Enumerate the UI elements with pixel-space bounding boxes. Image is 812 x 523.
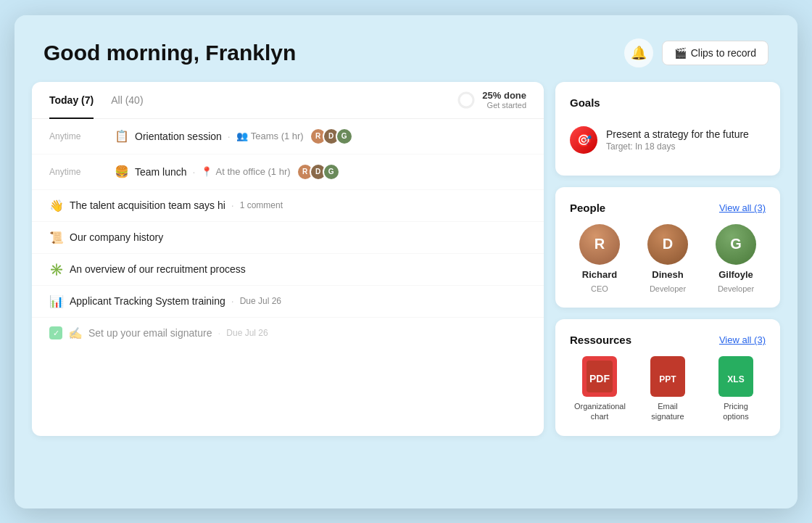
people-card: People View all (3) R Richard CEO D [555, 187, 780, 308]
list-item[interactable]: 📜 Our company history [32, 222, 544, 254]
avatar-stack: R D G [310, 128, 353, 145]
avatar: D [647, 224, 688, 265]
resource-icon: PDF [582, 356, 617, 397]
resource-card[interactable]: PDF Organizational chart [574, 356, 625, 422]
svg-text:PPT: PPT [659, 374, 676, 384]
task-content: 📋 Orientation session · 👥 Teams (1 hr) R… [115, 128, 526, 145]
avatar: R [579, 224, 620, 265]
xls-icon: XLS [723, 361, 749, 392]
goals-card: Goals 🎯 Present a strategy for the futur… [555, 82, 780, 176]
task-content: ✳️ An overview of our recruitment proces… [49, 263, 246, 276]
task-content: ✓ ✍️ Set up your email signature · Due J… [49, 326, 268, 340]
task-name: Applicant Tracking System training [70, 295, 225, 307]
resource-name: Organizational chart [574, 401, 625, 422]
due-date: Due Jul 26 [240, 296, 281, 306]
person-name: Gilfoyle [718, 269, 753, 280]
left-panel: Today (7) All (40) 25% done Get started [32, 82, 544, 437]
resource-card[interactable]: PPT Email signature [642, 356, 693, 422]
due-date: Due Jul 26 [226, 328, 268, 338]
task-icon: 👋 [49, 199, 64, 213]
progress-ring-svg [456, 90, 476, 110]
task-name: Set up your email signature [88, 327, 212, 339]
ppt-icon: PPT [655, 361, 681, 392]
location-icon: 📍 [201, 166, 212, 177]
goal-info: Present a strategy for the future Target… [606, 128, 749, 152]
header: Good morning, Franklyn 🔔 🎬 Clips to reco… [14, 15, 798, 82]
task-icon: 📋 [115, 129, 129, 143]
task-name: Team lunch [135, 166, 187, 178]
task-meta: 📍 At the office (1 hr) [201, 166, 290, 177]
task-icon: 🍔 [115, 165, 129, 178]
task-meta: 👥 Teams (1 hr) [236, 131, 304, 141]
person-card: R Richard CEO [579, 224, 620, 293]
progress-sublabel: Get started [482, 101, 526, 110]
goal-name: Present a strategy for the future [606, 128, 749, 140]
tabs-bar: Today (7) All (40) 25% done Get started [32, 82, 544, 119]
progress-text: 25% done Get started [482, 90, 526, 110]
resource-icon: XLS [718, 356, 753, 397]
page-greeting: Good morning, Franklyn [44, 41, 296, 65]
people-title: People [570, 202, 605, 214]
header-actions: 🔔 🎬 Clips to record [624, 38, 768, 67]
main-layout: Today (7) All (40) 25% done Get started [14, 82, 798, 454]
progress-percent: 25% done [482, 90, 526, 101]
resources-title: Ressources [570, 334, 631, 346]
task-list: Anytime 📋 Orientation session · 👥 Teams … [32, 119, 544, 349]
person-role: Developer [650, 284, 686, 293]
goals-title: Goals [570, 96, 600, 109]
goals-card-header: Goals [570, 96, 766, 109]
person-name: Richard [582, 269, 617, 280]
task-name: The talent acquisition team says hi [70, 199, 225, 211]
clips-to-record-button[interactable]: 🎬 Clips to record [662, 41, 768, 65]
goal-target: Target: In 18 days [606, 141, 749, 152]
avatar: G [336, 128, 353, 145]
resource-card[interactable]: XLS Pricing options [710, 356, 761, 422]
goal-icon: 🎯 [570, 126, 597, 154]
list-item[interactable]: ✳️ An overview of our recruitment proces… [32, 254, 544, 286]
clips-button-label: Clips to record [691, 47, 756, 59]
resource-name: Pricing options [710, 401, 761, 422]
resources-card: Ressources View all (3) PDF Organization… [555, 319, 780, 437]
task-icon: 📊 [49, 295, 64, 308]
resources-grid: PDF Organizational chart PPT Email si [570, 356, 766, 422]
svg-point-0 [459, 93, 473, 107]
list-item[interactable]: 📊 Applicant Tracking System training · D… [32, 286, 544, 318]
list-item[interactable]: Anytime 📋 Orientation session · 👥 Teams … [32, 119, 544, 155]
tab-today[interactable]: Today (7) [49, 83, 94, 119]
task-name: An overview of our recruitment process [70, 263, 246, 275]
svg-text:PDF: PDF [589, 373, 610, 384]
task-content: 👋 The talent acquisition team says hi · … [49, 199, 283, 213]
bell-button[interactable]: 🔔 [624, 38, 653, 67]
task-time-label: Anytime [49, 167, 107, 177]
task-icon: ✍️ [68, 326, 83, 340]
resource-name: Email signature [642, 401, 693, 422]
clip-icon: 🎬 [674, 47, 687, 59]
people-card-header: People View all (3) [570, 202, 766, 214]
task-content: 🍔 Team lunch · 📍 At the office (1 hr) R … [115, 163, 526, 181]
avatar: G [323, 163, 340, 181]
progress-area: 25% done Get started [456, 90, 526, 110]
person-card: G Gilfoyle Developer [716, 224, 756, 293]
completed-checkbox[interactable]: ✓ [49, 326, 62, 339]
resource-icon: PPT [650, 356, 685, 397]
person-role: CEO [591, 284, 608, 293]
avatar: G [716, 224, 756, 265]
list-item[interactable]: 👋 The talent acquisition team says hi · … [32, 190, 544, 222]
svg-text:XLS: XLS [727, 374, 744, 384]
task-comment: 1 comment [240, 200, 283, 210]
resources-view-all[interactable]: View all (3) [719, 334, 766, 345]
person-card: D Dinesh Developer [647, 224, 688, 293]
task-content: 📊 Applicant Tracking System training · D… [49, 295, 281, 308]
people-grid: R Richard CEO D Dinesh Developer [570, 224, 766, 293]
people-view-all[interactable]: View all (3) [719, 202, 766, 213]
bell-icon: 🔔 [631, 45, 647, 61]
task-name: Our company history [70, 231, 163, 243]
pdf-icon: PDF [587, 361, 613, 392]
list-item[interactable]: Anytime 🍔 Team lunch · 📍 At the office (… [32, 155, 544, 190]
tab-all[interactable]: All (40) [111, 83, 143, 119]
person-role: Developer [718, 284, 754, 293]
task-icon: ✳️ [49, 263, 64, 276]
task-icon: 📜 [49, 231, 64, 244]
goal-item: 🎯 Present a strategy for the future Targ… [570, 119, 766, 161]
list-item[interactable]: ✓ ✍️ Set up your email signature · Due J… [32, 318, 544, 349]
